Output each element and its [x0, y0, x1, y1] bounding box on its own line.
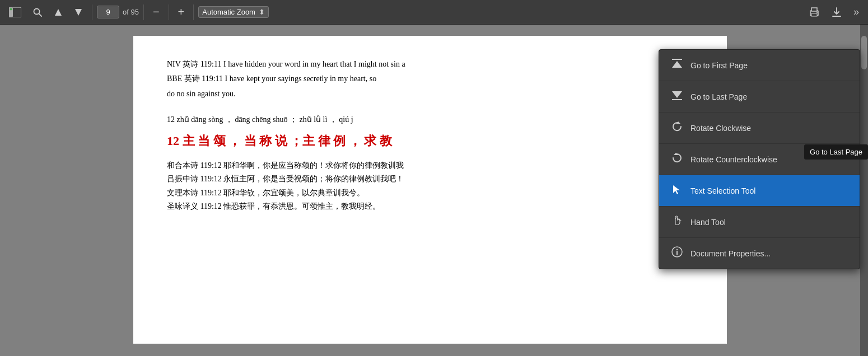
- tooltip: Go to Last Page: [804, 144, 868, 160]
- pdf-line-2: BBE 英诗 119:11 I have kept your sayings s…: [167, 73, 693, 85]
- svg-marker-13: [672, 61, 682, 68]
- svg-marker-16: [672, 91, 682, 98]
- separator-2: [143, 4, 144, 20]
- text-selection-icon: [670, 183, 684, 198]
- pdf-chinese-2: 吕振中诗 119:12 永恒主阿，你是当受祝颂的；将你的律例教训我吧！: [167, 173, 693, 185]
- more-tools-button[interactable]: »: [849, 4, 864, 20]
- rotate-clockwise-item[interactable]: Rotate Clockwise: [659, 113, 860, 144]
- text-selection-label: Text Selection Tool: [690, 186, 755, 195]
- pdf-chinese-4: 圣咏译义 119:12 惟恐获罪，有忝洪恩。可颂惟主，教我明经。: [167, 200, 693, 213]
- pdf-chinese-3: 文理本诗 119:12 耶和华欤，尔宜颂美，以尔典章训我兮。: [167, 187, 693, 199]
- svg-point-2: [10, 8, 12, 10]
- page-number-input[interactable]: [97, 6, 119, 18]
- scrollbar[interactable]: [860, 25, 868, 356]
- svg-line-4: [39, 13, 42, 16]
- svg-rect-9: [811, 13, 817, 16]
- svg-rect-8: [811, 8, 817, 11]
- go-first-page-label: Go to First Page: [690, 61, 748, 70]
- scrollbar-thumb[interactable]: [861, 36, 867, 69]
- go-first-page-icon: [670, 58, 684, 73]
- page-input-wrapper: of 95: [97, 6, 139, 18]
- go-first-page-item[interactable]: Go to First Page: [659, 50, 860, 81]
- dropdown-arrow: [841, 49, 852, 50]
- document-properties-icon: [670, 246, 684, 261]
- sidebar-toggle-button[interactable]: [4, 5, 26, 20]
- pdf-chinese-red: 12 主 当 颂 ， 当 称 说 ；主 律 例 ， 求 教: [167, 131, 693, 151]
- rotate-clockwise-icon: [670, 120, 684, 135]
- pdf-page: NIV 英诗 119:11 I have hidden your word in…: [133, 36, 727, 344]
- go-last-page-icon: [670, 89, 684, 104]
- svg-marker-6: [75, 9, 82, 16]
- separator-3: [169, 4, 169, 20]
- svg-marker-5: [55, 9, 62, 16]
- pdf-chinese-1: 和合本诗 119:12 耶和华啊，你是应当称颂的！求你将你的律例教训我: [167, 160, 693, 172]
- go-last-page-item[interactable]: Go to Last Page: [659, 81, 860, 113]
- hand-tool-icon: [670, 214, 684, 229]
- zoom-level-label: Automatic Zoom: [202, 8, 255, 16]
- go-last-page-label: Go to Last Page: [690, 92, 747, 101]
- tooltip-text: Go to Last Page: [810, 148, 862, 156]
- pdf-line-1: NIV 英诗 119:11 I have hidden your word in…: [167, 58, 693, 71]
- zoom-out-button[interactable]: −: [148, 3, 164, 21]
- rotate-clockwise-label: Rotate Clockwise: [690, 124, 751, 133]
- search-button[interactable]: [28, 5, 47, 20]
- document-properties-item[interactable]: Document Properties...: [659, 238, 860, 269]
- next-page-button[interactable]: [69, 6, 87, 19]
- page-total-label: of 95: [123, 8, 139, 16]
- prev-page-button[interactable]: [49, 6, 67, 19]
- document-properties-label: Document Properties...: [690, 249, 771, 258]
- toolbar: of 95 − + Automatic Zoom ⬍ »: [0, 0, 868, 25]
- download-button[interactable]: [827, 4, 847, 20]
- svg-point-10: [816, 12, 818, 13]
- svg-rect-11: [832, 16, 841, 17]
- hand-tool-item[interactable]: Hand Tool: [659, 207, 860, 238]
- zoom-in-button[interactable]: +: [174, 3, 189, 21]
- svg-marker-19: [673, 185, 680, 194]
- zoom-select[interactable]: Automatic Zoom ⬍: [198, 6, 269, 18]
- pdf-line-3: do no sin against you.: [167, 88, 693, 100]
- svg-point-23: [676, 249, 678, 250]
- main-area: NIV 英诗 119:11 I have hidden your word in…: [0, 25, 868, 356]
- toolbar-right: »: [804, 4, 864, 20]
- hand-tool-label: Hand Tool: [690, 218, 726, 227]
- separator-4: [193, 4, 194, 20]
- text-selection-tool-item[interactable]: Text Selection Tool: [659, 175, 860, 207]
- rotate-counterclockwise-label: Rotate Counterclockwise: [690, 155, 777, 164]
- zoom-select-arrow: ⬍: [259, 8, 265, 16]
- print-button[interactable]: [804, 4, 824, 20]
- separator-1: [92, 4, 92, 20]
- rotate-counterclockwise-icon: [670, 152, 684, 167]
- pdf-pinyin: 12 zhǔ dāng sòng ， dāng chēng shuō ； zhǔ…: [167, 114, 693, 126]
